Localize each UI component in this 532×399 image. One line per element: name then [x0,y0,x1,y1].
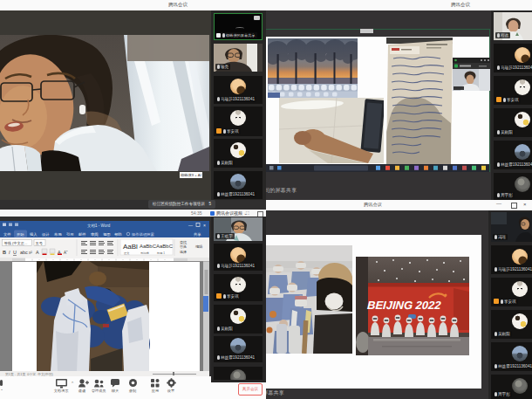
svg-text:帮助: 帮助 [114,232,122,237]
svg-text:插入: 插入 [29,232,38,237]
svg-text:聊天: 聊天 [112,389,119,393]
svg-text:替换: 替换 [180,244,187,249]
svg-text:视图: 视图 [103,232,111,237]
svg-text:正文: 正文 [124,251,129,255]
svg-text:—: — [188,223,193,228]
svg-text:AaBbC: AaBbC [140,244,157,249]
svg-text:选择: 选择 [180,250,187,254]
svg-text:文档演示: 文档演示 [54,389,70,393]
svg-text:标题 1: 标题 1 [156,251,165,255]
svg-text:x²: x² [29,251,32,255]
svg-text:五号: 五号 [36,241,44,245]
svg-text:查找: 查找 [180,240,187,244]
svg-text:abc: abc [20,250,28,255]
svg-text:B: B [3,250,6,255]
svg-text:A: A [36,250,39,255]
svg-text:文件: 文件 [3,232,11,237]
svg-text:邮件: 邮件 [78,232,86,237]
svg-text:管理成员: 管理成员 [92,389,106,393]
svg-text:⌃: ⌃ [71,381,74,386]
svg-text:AaBl: AaBl [123,243,138,251]
svg-text:引用: 引用 [66,232,74,237]
svg-text:AaBbC: AaBbC [156,244,174,249]
svg-text:设计: 设计 [42,232,50,237]
svg-text:布局: 布局 [54,232,62,237]
svg-text:文档1 - Word: 文档1 - Word [87,224,111,228]
svg-text:×: × [203,223,206,228]
svg-text:编辑: 编辑 [195,244,202,249]
svg-text:无间隔: 无间隔 [140,251,149,255]
svg-text:共享: 共享 [194,232,201,237]
svg-text:操作说明搜索: 操作说明搜索 [131,232,154,237]
svg-text:A⁠ˇ: A⁠ˇ [64,251,68,255]
svg-text:设置: 设置 [167,389,174,393]
svg-text:等线 (中文正...: 等线 (中文正... [4,241,28,245]
svg-text:应用: 应用 [152,389,159,393]
svg-text:BEIJING 2022: BEIJING 2022 [367,299,442,312]
svg-text:邀请: 邀请 [78,389,86,393]
svg-text:U: U [13,250,17,255]
svg-text:录制: 录制 [129,389,136,394]
svg-text:⌃: ⌃ [0,389,3,393]
svg-text:开始: 开始 [17,232,24,237]
